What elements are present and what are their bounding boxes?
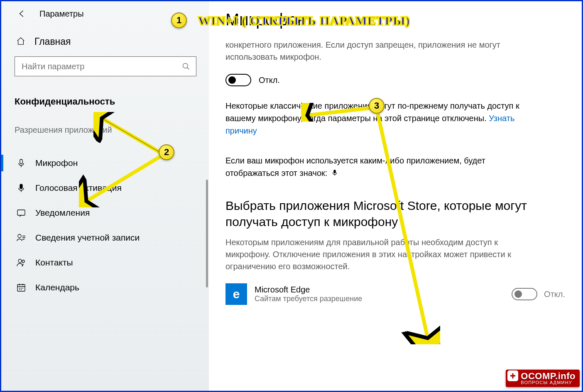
app-toggle-edge[interactable]: [512, 288, 537, 300]
contacts-icon: [16, 258, 26, 268]
app-toggle-label: Откл.: [544, 290, 565, 299]
sidebar-item-account-info[interactable]: Сведения учетной записи: [1, 225, 209, 250]
main-panel: Микрофон конкретного приложения. Если до…: [209, 1, 582, 391]
svg-point-6: [22, 260, 24, 263]
sidebar-item-label: Сведения учетной записи: [35, 233, 140, 243]
microphone-icon: [16, 158, 26, 168]
notifications-icon: [16, 208, 26, 218]
app-sub: Сайтам требуется разрешение: [255, 295, 504, 303]
svg-rect-7: [17, 285, 25, 291]
search-icon: [176, 62, 196, 71]
svg-point-0: [183, 63, 188, 68]
sidebar-item-label: Микрофон: [35, 158, 78, 168]
svg-rect-2: [20, 184, 22, 189]
subsection-title: Разрешения приложений: [1, 112, 209, 139]
annotation-badge-1: 1: [171, 12, 187, 28]
section-heading-store-apps: Выбрать приложения Microsoft Store, кото…: [225, 197, 533, 230]
intro-text: конкретного приложения. Если доступ запр…: [225, 39, 533, 63]
sidebar-item-label: Голосовая активация: [35, 183, 122, 193]
sidebar-item-label: Календарь: [35, 282, 79, 292]
app-title: Параметры: [39, 9, 84, 19]
sidebar-item-calendar[interactable]: Календарь: [1, 275, 209, 300]
sidebar-home[interactable]: Главная: [1, 27, 209, 56]
search-input[interactable]: [15, 62, 176, 71]
scrollbar[interactable]: [206, 180, 208, 287]
svg-rect-8: [333, 170, 336, 173]
watermark: + OCOMP.info ВОПРОСЫ АДМИНУ: [506, 370, 580, 387]
sidebar-item-microphone[interactable]: Микрофон: [1, 151, 209, 175]
section-title: Конфиденциальность: [1, 84, 209, 112]
sidebar: Параметры Главная Конфиденциальность Раз…: [1, 1, 209, 391]
sidebar-item-notifications[interactable]: Уведомления: [1, 200, 209, 225]
calendar-icon: [16, 282, 26, 292]
mic-in-use-note: Если ваш микрофон используется каким-либ…: [225, 154, 541, 180]
edge-icon: e: [225, 283, 247, 305]
annotation-text: WIN+I ( ОТКРЫТЬ ПАРАМЕТРЫ): [198, 14, 410, 28]
microphone-icon: [331, 168, 338, 180]
home-label: Главная: [34, 36, 71, 47]
microphone-icon: [16, 183, 26, 193]
sidebar-item-contacts[interactable]: Контакты: [1, 250, 209, 275]
svg-rect-1: [20, 159, 22, 164]
annotation-badge-2: 2: [159, 144, 174, 160]
sidebar-item-label: Уведомления: [35, 208, 90, 218]
app-row-edge: e Microsoft Edge Сайтам требуется разреш…: [225, 283, 565, 305]
mic-access-toggle-label: Откл.: [259, 75, 280, 85]
search-box[interactable]: [15, 56, 196, 76]
svg-rect-3: [17, 210, 25, 215]
svg-point-4: [18, 234, 21, 238]
app-name: Microsoft Edge: [255, 285, 504, 295]
back-button[interactable]: [17, 9, 27, 19]
svg-point-5: [18, 259, 22, 263]
sidebar-item-voice-activation[interactable]: Голосовая активация: [1, 175, 209, 200]
plus-icon: +: [507, 370, 518, 381]
mic-access-toggle[interactable]: [225, 74, 251, 86]
sidebar-item-label: Контакты: [35, 258, 73, 268]
home-icon: [16, 37, 25, 47]
annotation-badge-3: 3: [369, 98, 385, 114]
account-icon: [16, 233, 26, 243]
store-apps-desc: Некоторым приложениям для правильной раб…: [225, 236, 533, 273]
